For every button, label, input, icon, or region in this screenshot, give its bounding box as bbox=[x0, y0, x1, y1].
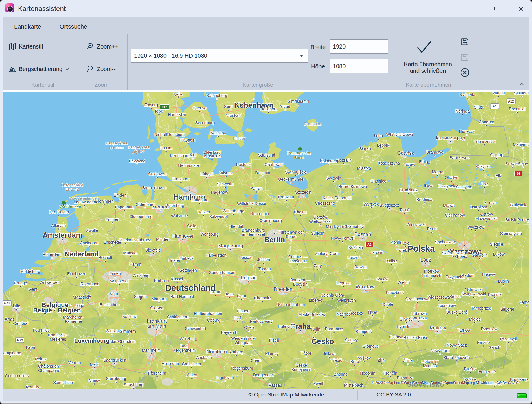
svg-text:Nederland: Nederland bbox=[65, 250, 99, 258]
svg-text:Mannheim: Mannheim bbox=[142, 348, 161, 353]
svg-text:Marche-en-: Marche-en- bbox=[63, 315, 84, 319]
svg-text:Częstochowa: Częstochowa bbox=[405, 297, 429, 301]
svg-text:Bielefeld: Bielefeld bbox=[145, 248, 161, 252]
svg-text:Třebíč: Třebíč bbox=[331, 358, 342, 363]
svg-text:Trelleborg: Trelleborg bbox=[260, 107, 278, 111]
svg-text:Fürstenwalde/: Fürstenwalde/ bbox=[278, 230, 304, 234]
svg-text:„Sylt A“: „Sylt A“ bbox=[132, 149, 145, 154]
svg-text:Charleville-: Charleville- bbox=[48, 333, 68, 337]
svg-text:Ciechanów: Ciechanów bbox=[445, 213, 465, 217]
svg-text:Chóśebuz: Chóśebuz bbox=[289, 259, 307, 263]
svg-text:Puławy: Puławy bbox=[482, 272, 495, 277]
svg-text:Česko: Česko bbox=[311, 337, 334, 346]
svg-text:Świętokrzyski: Świętokrzyski bbox=[461, 291, 486, 296]
svg-text:Falster: Falster bbox=[233, 136, 245, 141]
svg-text:Marijampol: Marijampol bbox=[513, 142, 529, 147]
svg-text:Lille: Lille bbox=[13, 304, 20, 308]
svg-text:Jena: Jena bbox=[225, 292, 234, 296]
svg-text:Marburg: Marburg bbox=[152, 297, 167, 301]
svg-text:Chemnitz: Chemnitz bbox=[254, 296, 271, 300]
svg-text:Hamm: Hamm bbox=[129, 262, 141, 267]
svg-text:Euskirchen: Euskirchen bbox=[99, 302, 119, 307]
svg-text:Elmshorn: Elmshorn bbox=[172, 177, 189, 181]
svg-text:Grójec: Grójec bbox=[455, 254, 467, 259]
svg-text:Wismar: Wismar bbox=[219, 171, 233, 175]
svg-text:Brugge: Brugge bbox=[14, 281, 27, 285]
svg-text:Dessau: Dessau bbox=[239, 255, 252, 260]
svg-text:Stendal: Stendal bbox=[229, 224, 243, 229]
svg-text:Lębork: Lębork bbox=[377, 143, 390, 148]
svg-text:Prenzlau: Prenzlau bbox=[278, 195, 294, 199]
svg-text:Sulęcin: Sulęcin bbox=[311, 231, 324, 236]
svg-text:Nowy Sącz: Nowy Sącz bbox=[447, 343, 467, 347]
svg-text:Полесск: Полесск bbox=[459, 129, 475, 134]
svg-text:Sejny: Sejny bbox=[518, 161, 528, 166]
svg-text:Wuppertal: Wuppertal bbox=[110, 279, 129, 283]
svg-text:Laon: Laon bbox=[26, 345, 35, 350]
svg-text:Arras: Arras bbox=[5, 317, 14, 321]
svg-text:A1: A1 bbox=[493, 105, 497, 108]
svg-text:Iława: Iława bbox=[424, 183, 433, 188]
svg-text:Rheine: Rheine bbox=[119, 238, 132, 242]
svg-text:Roermond: Roermond bbox=[80, 282, 99, 286]
svg-text:Braniewo: Braniewo bbox=[426, 150, 444, 154]
svg-text:Waddenzee: Waddenzee bbox=[60, 204, 81, 209]
svg-text:Kalisz: Kalisz bbox=[386, 259, 397, 263]
svg-text:Garwolin: Garwolin bbox=[472, 253, 488, 258]
svg-text:Giżycko: Giżycko bbox=[476, 164, 491, 169]
svg-text:Rotterdam: Rotterdam bbox=[43, 252, 61, 257]
svg-text:Советск: Советск bbox=[479, 120, 494, 124]
svg-text:Raseiniai: Raseiniai bbox=[509, 107, 526, 111]
svg-text:Lübeck: Lübeck bbox=[200, 172, 214, 176]
svg-text:Bayreuth: Bayreuth bbox=[221, 330, 237, 335]
svg-text:Luxembourg: Luxembourg bbox=[74, 338, 109, 344]
svg-text:Flensburg: Flensburg bbox=[167, 132, 185, 137]
svg-text:Włoszczowa: Włoszczowa bbox=[427, 295, 450, 299]
svg-text:Zielona Góra: Zielona Góra bbox=[315, 251, 339, 256]
svg-text:Papenburg: Papenburg bbox=[115, 205, 135, 209]
svg-text:Cloppenburg: Cloppenburg bbox=[129, 214, 152, 219]
svg-text:Alkmaar: Alkmaar bbox=[51, 223, 66, 228]
svg-text:Kalundborg: Kalundborg bbox=[206, 93, 227, 98]
svg-text:Prešov: Prešov bbox=[464, 366, 477, 371]
svg-text:Haderslev: Haderslev bbox=[168, 112, 186, 117]
svg-text:Niebüll: Niebüll bbox=[154, 132, 167, 137]
svg-text:Fourmies: Fourmies bbox=[33, 328, 49, 332]
svg-text:Ansbach: Ansbach bbox=[196, 355, 212, 360]
svg-text:Deutschland: Deutschland bbox=[165, 283, 216, 293]
svg-text:Greifswald: Greifswald bbox=[265, 162, 284, 167]
svg-text:Oldenburg: Oldenburg bbox=[136, 202, 154, 207]
svg-text:Žilina: Žilina bbox=[403, 358, 413, 363]
svg-text:Coburg: Coburg bbox=[207, 318, 220, 323]
svg-text:Pforzheim: Pforzheim bbox=[148, 371, 166, 375]
svg-text:Nowy Tomyśl: Nowy Tomyśl bbox=[331, 236, 354, 241]
svg-text:Korbach: Korbach bbox=[154, 278, 169, 283]
svg-text:Göttingen: Göttingen bbox=[179, 268, 197, 273]
svg-text:Tarnobrzeg: Tarnobrzeg bbox=[471, 306, 491, 310]
svg-text:Zamość: Zamość bbox=[519, 300, 529, 305]
svg-text:Nakskov: Nakskov bbox=[210, 131, 226, 135]
svg-text:Sorø: Sorø bbox=[224, 104, 233, 109]
svg-text:Emmen: Emmen bbox=[105, 217, 119, 222]
svg-text:Suwałki: Suwałki bbox=[505, 161, 519, 166]
svg-text:Olsztyn: Olsztyn bbox=[445, 175, 458, 180]
svg-text:Maastricht: Maastricht bbox=[73, 295, 92, 299]
svg-text:Humenné: Humenné bbox=[478, 369, 496, 374]
svg-text:Żary: Żary bbox=[314, 263, 322, 268]
svg-text:Toruń: Toruń bbox=[399, 208, 409, 212]
svg-text:Szamotuły: Szamotuły bbox=[345, 224, 363, 229]
svg-text:Nürnberg: Nürnberg bbox=[206, 349, 227, 354]
svg-text:Górnicza: Górnicza bbox=[411, 316, 427, 320]
svg-text:Świdwin: Świdwin bbox=[326, 176, 341, 180]
svg-text:Tarnów: Tarnów bbox=[457, 328, 471, 332]
svg-text:Rawicz: Rawicz bbox=[354, 265, 367, 269]
svg-text:Schweinfurt: Schweinfurt bbox=[185, 326, 206, 331]
svg-text:Saint-Dizier: Saint-Dizier bbox=[53, 380, 74, 385]
svg-text:am Main: am Main bbox=[147, 323, 166, 329]
svg-text:Choszczno: Choszczno bbox=[315, 201, 335, 206]
svg-text:in Holstein: in Holstein bbox=[204, 154, 220, 158]
svg-text:Münster: Münster bbox=[123, 251, 138, 255]
svg-text:Leszno: Leszno bbox=[348, 255, 361, 260]
svg-text:16: 16 bbox=[517, 172, 520, 175]
svg-text:België · Belgien: België · Belgien bbox=[33, 307, 81, 314]
